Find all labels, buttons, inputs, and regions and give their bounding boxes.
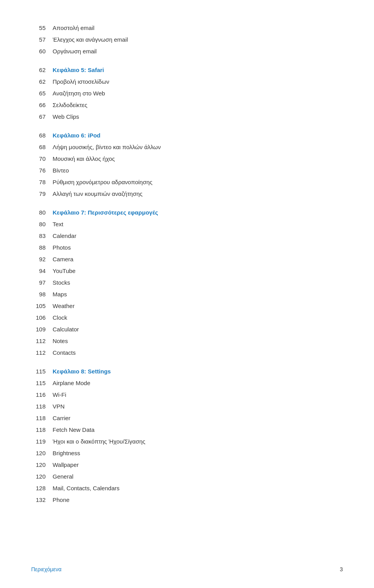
toc-page-number: 118 <box>31 402 53 411</box>
toc-item-entry: 115Airplane Mode <box>31 379 343 388</box>
toc-page-number: 70 <box>31 154 53 164</box>
toc-item-title: Έλεγχος και ανάγνωση email <box>53 35 128 44</box>
toc-item-entry: 118Fetch New Data <box>31 425 343 435</box>
toc-item-entry: 62Προβολή ιστοσελίδων <box>31 77 343 86</box>
toc-page-number: 106 <box>31 313 53 322</box>
toc-chapter-entry: 80Κεφάλαιο 7: Περισσότερες εφαρμογές <box>31 208 343 217</box>
toc-item-title: Photos <box>53 243 71 252</box>
toc-item-title: Clock <box>53 313 67 322</box>
toc-page-number: 60 <box>31 47 53 56</box>
toc-item-entry: 66Σελιδοδείκτες <box>31 100 343 110</box>
toc-item-entry: 106Clock <box>31 313 343 322</box>
toc-item-entry: 60Οργάνωση email <box>31 47 343 56</box>
toc-page-number: 119 <box>31 437 53 446</box>
toc-page-number: 55 <box>31 23 53 33</box>
footer-label: Περιεχόμενα <box>31 566 62 572</box>
toc-page-number: 94 <box>31 266 53 276</box>
toc-item-entry: 105Weather <box>31 301 343 311</box>
toc-item-title: Notes <box>53 336 68 346</box>
toc-list: 55Αποστολή email57Έλεγχος και ανάγνωση e… <box>31 23 343 505</box>
toc-item-title: Ήχοι και ο διακόπτης Ήχου/Σίγασης <box>53 437 145 446</box>
toc-item-entry: 65Αναζήτηση στο Web <box>31 89 343 98</box>
toc-item-entry: 118VPN <box>31 402 343 411</box>
toc-item-entry: 119Ήχοι και ο διακόπτης Ήχου/Σίγασης <box>31 437 343 446</box>
toc-page-number: 68 <box>31 131 53 140</box>
toc-item-title: Carrier <box>53 414 71 423</box>
toc-item-title: VPN <box>53 402 65 411</box>
toc-item-title: Text <box>53 220 64 229</box>
toc-item-entry: 120General <box>31 472 343 481</box>
toc-item-entry: 94YouTube <box>31 266 343 276</box>
toc-chapter-entry: 62Κεφάλαιο 5: Safari <box>31 65 343 75</box>
toc-item-entry: 78Ρύθμιση χρονόμετρου αδρανοποίησης <box>31 178 343 187</box>
footer-page: 3 <box>340 566 343 572</box>
toc-item-entry: 128Mail, Contacts, Calendars <box>31 484 343 493</box>
toc-page-number: 67 <box>31 112 53 121</box>
toc-item-title: Αλλαγή των κουμπιών αναζήτησης <box>53 189 143 199</box>
toc-item-title: Phone <box>53 495 69 505</box>
toc-item-entry: 76Βίντεο <box>31 166 343 175</box>
toc-item-entry: 83Calendar <box>31 231 343 241</box>
toc-item-title: Αποστολή email <box>53 23 94 33</box>
toc-item-title: Wi-Fi <box>53 390 66 400</box>
toc-item-title: Αναζήτηση στο Web <box>53 89 105 98</box>
toc-page-number: 68 <box>31 143 53 152</box>
toc-item-title: Camera <box>53 255 73 264</box>
toc-item-entry: 120Brightness <box>31 449 343 458</box>
toc-item-entry: 109Calculator <box>31 325 343 334</box>
toc-page-number: 78 <box>31 178 53 187</box>
toc-page-number: 120 <box>31 449 53 458</box>
toc-page-number: 118 <box>31 414 53 423</box>
toc-item-title: Fetch New Data <box>53 425 95 435</box>
toc-item-title: Stocks <box>53 278 70 287</box>
toc-chapter-title: Κεφάλαιο 5: Safari <box>53 65 104 75</box>
toc-item-entry: 68Λήψη μουσικής, βίντεο και πολλών άλλων <box>31 143 343 152</box>
toc-item-title: Ρύθμιση χρονόμετρου αδρανοποίησης <box>53 178 152 187</box>
toc-page-number: 98 <box>31 290 53 299</box>
toc-item-title: Calculator <box>53 325 79 334</box>
toc-item-entry: 97Stocks <box>31 278 343 287</box>
toc-page-number: 120 <box>31 472 53 481</box>
toc-page-number: 80 <box>31 208 53 217</box>
toc-item-entry: 98Maps <box>31 290 343 299</box>
toc-item-title: Web Clips <box>53 112 79 121</box>
toc-item-title: Calendar <box>53 231 76 241</box>
toc-page-number: 112 <box>31 336 53 346</box>
toc-item-title: Contacts <box>53 348 76 357</box>
toc-page-number: 109 <box>31 325 53 334</box>
toc-page-number: 115 <box>31 367 53 376</box>
toc-item-title: Mail, Contacts, Calendars <box>53 484 120 493</box>
toc-page-number: 118 <box>31 425 53 435</box>
toc-chapter-title: Κεφάλαιο 7: Περισσότερες εφαρμογές <box>53 208 158 217</box>
toc-item-entry: 116Wi-Fi <box>31 390 343 400</box>
toc-page-number: 92 <box>31 255 53 264</box>
toc-page-number: 97 <box>31 278 53 287</box>
toc-item-entry: 57Έλεγχος και ανάγνωση email <box>31 35 343 44</box>
toc-chapter-entry: 68Κεφάλαιο 6: iPod <box>31 131 343 140</box>
toc-spacer <box>31 58 343 65</box>
toc-page-number: 128 <box>31 484 53 493</box>
toc-item-entry: 80Text <box>31 220 343 229</box>
toc-item-title: General <box>53 472 73 481</box>
toc-page-number: 66 <box>31 100 53 110</box>
toc-item-title: Weather <box>53 301 74 311</box>
toc-item-entry: 118Carrier <box>31 414 343 423</box>
toc-page-number: 76 <box>31 166 53 175</box>
toc-page-number: 80 <box>31 220 53 229</box>
toc-page-number: 83 <box>31 231 53 241</box>
toc-item-entry: 132Phone <box>31 495 343 505</box>
toc-page-number: 62 <box>31 65 53 75</box>
toc-spacer <box>31 360 343 367</box>
toc-item-title: YouTube <box>53 266 76 276</box>
toc-page-number: 120 <box>31 460 53 470</box>
toc-spacer <box>31 124 343 131</box>
toc-item-title: Βίντεο <box>53 166 69 175</box>
toc-page-number: 112 <box>31 348 53 357</box>
toc-item-entry: 55Αποστολή email <box>31 23 343 33</box>
toc-item-entry: 70Μουσική και άλλος ήχος <box>31 154 343 164</box>
toc-page-number: 105 <box>31 301 53 311</box>
toc-item-title: Λήψη μουσικής, βίντεο και πολλών άλλων <box>53 143 161 152</box>
toc-item-title: Σελιδοδείκτες <box>53 100 87 110</box>
toc-item-title: Μουσική και άλλος ήχος <box>53 154 115 164</box>
toc-item-title: Maps <box>53 290 67 299</box>
